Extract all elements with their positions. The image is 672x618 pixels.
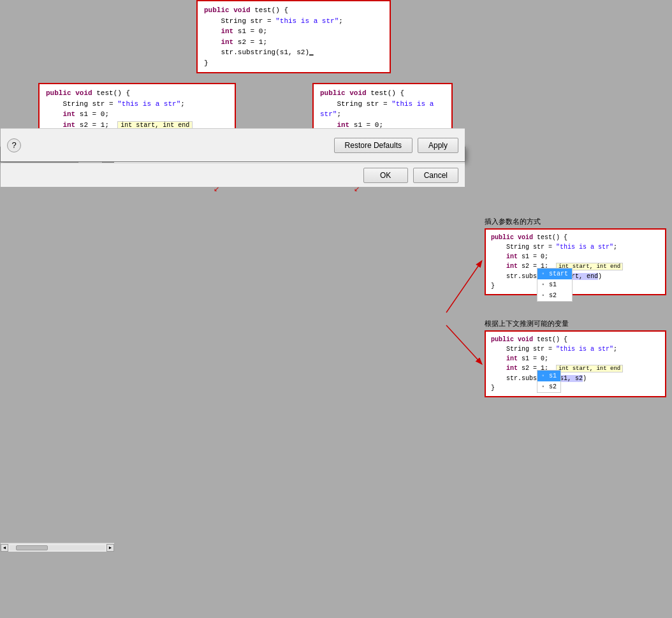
preferences-dialog: Preferences _ □ × C/C++ Dr. Garbage Help… <box>0 147 465 162</box>
nav-scrollbar[interactable]: ◄ ► <box>1 543 114 552</box>
dialog-bottom: ? Restore Defaults Apply <box>1 128 465 161</box>
right-panel-context-code: public void test() { String str = "this … <box>485 330 666 397</box>
ok-button[interactable]: OK <box>363 168 408 183</box>
svg-line-1 <box>446 325 481 364</box>
right-autocomplete-top: ◦ start ◦ s1 ◦ s2 <box>537 268 573 302</box>
scroll-thumb[interactable] <box>16 545 48 550</box>
apply-button[interactable]: Apply <box>418 138 458 153</box>
right-panel-context-label: 根据上下文推测可能的变量 <box>485 319 569 328</box>
scroll-right[interactable]: ► <box>106 544 114 552</box>
cancel-button[interactable]: Cancel <box>413 168 458 183</box>
scroll-left[interactable]: ◄ <box>1 544 8 552</box>
top-code-block: public void test() { String str = "this … <box>196 0 391 73</box>
ac-start[interactable]: ◦ start <box>537 269 572 279</box>
right-autocomplete-bottom: ◦ s1 ◦ s2 <box>537 370 561 393</box>
ac-s1-b[interactable]: ◦ s1 <box>537 371 560 381</box>
ac-s1[interactable]: ◦ s1 <box>537 279 572 290</box>
ac-s2[interactable]: ◦ s2 <box>537 290 572 301</box>
right-panel-insert-label: 插入参数名的方式 <box>485 217 541 226</box>
right-panel-insert-code: public void test() { String str = "this … <box>485 228 666 295</box>
bottom-btn-row: Restore Defaults Apply <box>334 138 458 153</box>
restore-defaults-button[interactable]: Restore Defaults <box>334 138 413 153</box>
ok-cancel-row: OK Cancel <box>1 163 465 187</box>
svg-line-0 <box>446 261 481 313</box>
ac-s2-b[interactable]: ◦ s2 <box>537 381 560 392</box>
help-button[interactable]: ? <box>7 138 21 152</box>
